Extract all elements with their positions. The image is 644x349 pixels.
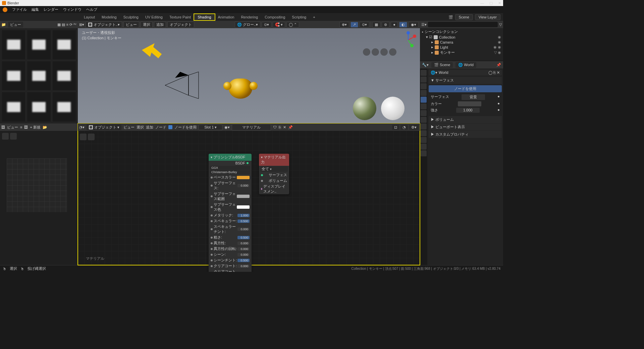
item-light[interactable]: ▸Light◉ ◉ — [422, 45, 501, 50]
node-title[interactable]: ▾ マテリアル出力 — [259, 154, 289, 166]
thumb[interactable] — [53, 61, 76, 91]
thumb[interactable] — [2, 61, 25, 91]
bsdf-input[interactable]: 異方性:0.000 — [209, 240, 252, 246]
bsdf-input[interactable]: クリアコートの粗さ:0.030 — [209, 269, 252, 272]
fb-view-menu[interactable]: ビュー — [8, 22, 23, 28]
ne-add[interactable]: 追加 — [146, 125, 153, 130]
outliner-type-icon[interactable]: ☰▾ — [421, 22, 427, 27]
thumb[interactable] — [27, 61, 50, 91]
tab-layout[interactable]: Layout — [80, 14, 98, 20]
bsdf-input[interactable]: サブサーフェス色 — [209, 202, 252, 212]
ptab-data[interactable] — [421, 137, 427, 143]
thumb[interactable] — [53, 92, 76, 121]
viewport-3d[interactable]: ユーザー・透視投影 (1) Collection | モンキー — [78, 28, 420, 123]
ne-opts-icon[interactable]: ⚙▾ — [409, 125, 419, 130]
axis-gizmo[interactable] — [400, 32, 416, 48]
menu-file[interactable]: ファイル — [12, 7, 27, 12]
tab-scripting[interactable]: Scripting — [288, 14, 310, 20]
ie-browse-icon[interactable]: 🖼 — [24, 125, 28, 129]
viewport-display-header[interactable]: ▶ ビューポート表示 — [429, 123, 502, 131]
pin-icon[interactable]: 📌 — [496, 63, 501, 67]
mat-fake-icon[interactable]: 🛡 — [273, 125, 277, 129]
pivot-icon[interactable]: ⊙▾ — [262, 22, 271, 28]
transform-orient[interactable]: 🌐 グロー..▾ — [235, 21, 260, 28]
bsdf-input[interactable]: サブサーフェス:0.000 — [209, 180, 252, 191]
ne-select[interactable]: 選択 — [137, 125, 144, 130]
vp-object[interactable]: オブジェクト — [167, 21, 194, 28]
node-material-output[interactable]: ▾ マテリアル出力 全て ▾ サーフェス ボリューム ディスプレイスメン.. — [259, 154, 289, 194]
vp-view[interactable]: ビュー — [123, 21, 139, 28]
ne-view[interactable]: ビュー — [123, 125, 135, 130]
scene-selector[interactable]: Scene — [455, 14, 473, 20]
shade-solid-icon[interactable]: ● — [391, 22, 398, 27]
ptab-scene[interactable] — [421, 90, 427, 96]
outliner-search[interactable] — [428, 22, 498, 27]
custom-props-header[interactable]: ▶ カスタムプロパティ — [429, 131, 502, 138]
ptab-constraint[interactable] — [421, 130, 427, 136]
folder-icon[interactable]: 📁 — [1, 22, 6, 27]
mat-browse-icon[interactable]: ◉▾ — [224, 125, 230, 130]
ptab-texture[interactable] — [421, 150, 427, 156]
tab-animation[interactable]: Animation — [215, 14, 238, 20]
ptab-viewlayer[interactable] — [421, 83, 427, 89]
material-name[interactable]: マテリアル — [232, 124, 271, 131]
overlay2-icon[interactable]: ⊙▾ — [360, 22, 369, 28]
zoom-icon[interactable] — [10, 133, 17, 140]
persp-icon[interactable] — [389, 48, 396, 56]
image-canvas[interactable] — [7, 158, 67, 212]
bsdf-input[interactable]: メタリック:1.000 — [209, 212, 252, 218]
menu-render[interactable]: レンダー — [44, 7, 58, 12]
editor-type-icon[interactable]: ⊞▾ — [79, 22, 84, 27]
camera-view-icon[interactable] — [380, 48, 388, 56]
close-icon[interactable]: ✕ — [498, 1, 501, 5]
ne-type-icon[interactable]: ◔▾ — [79, 125, 85, 130]
ptab-material[interactable] — [421, 144, 427, 150]
vp-add[interactable]: 追加 — [154, 21, 166, 28]
thumb[interactable] — [2, 92, 25, 121]
zoom-icon[interactable] — [88, 134, 95, 140]
node-editor[interactable]: ◔▾ 🔳 オブジェクト ▾ ビュー 選択 追加 ノード ノードを使用 Slot … — [78, 123, 420, 265]
surface-header[interactable]: ▼ サーフェス — [429, 77, 502, 84]
ne-node[interactable]: ノード — [155, 125, 166, 130]
surface-value[interactable]: 背景 — [462, 94, 485, 100]
strength-value[interactable]: 1.000 — [456, 108, 480, 113]
shade-wire-icon[interactable]: ⊚ — [382, 22, 389, 28]
sss-method[interactable]: Christensen-Burley — [210, 170, 250, 174]
tab-compositing[interactable]: Compositing — [261, 14, 288, 20]
gizmo-toggle-icon[interactable]: ↗ — [351, 22, 358, 28]
node-title[interactable]: ▾ プリンシプルBSDF — [209, 154, 252, 161]
proportional-icon[interactable]: ◯ ⌃ — [286, 22, 299, 28]
tab-uv[interactable]: UV Editing — [142, 14, 166, 20]
maximize-icon[interactable]: ▢ — [489, 1, 493, 5]
tab-modeling[interactable]: Modeling — [98, 14, 120, 20]
zoom-view-icon[interactable] — [363, 48, 370, 56]
ptab-modifier[interactable] — [421, 110, 427, 116]
color-value[interactable] — [458, 101, 481, 106]
thumb[interactable] — [53, 30, 76, 59]
thumb[interactable] — [2, 30, 25, 59]
target[interactable]: 全て ▾ — [260, 166, 288, 172]
node-principled-bsdf[interactable]: ▾ プリンシプルBSDF BSDF GGX Christensen-Burley… — [209, 154, 252, 272]
ptab-render[interactable] — [421, 70, 427, 76]
mode-selector[interactable]: 🔳 オブジェクト..▾ — [86, 21, 122, 28]
move-view-icon[interactable] — [372, 48, 379, 56]
ptab-output[interactable] — [421, 77, 427, 83]
filter-icon[interactable]: ▽ — [499, 22, 502, 27]
props-type-icon[interactable]: 🔧▾ — [422, 63, 429, 67]
use-nodes-button[interactable]: ノードを使用 — [429, 85, 502, 92]
thumb[interactable] — [27, 92, 50, 121]
use-nodes-checkbox[interactable] — [168, 125, 172, 129]
bsdf-input[interactable]: 粗さ:0.500 — [209, 235, 252, 240]
overlay-icon[interactable]: ⊕▾ — [339, 22, 349, 28]
item-camera[interactable]: ▸Camera◉ — [422, 40, 501, 45]
pan-icon[interactable] — [80, 134, 87, 140]
ne-snap-icon[interactable]: ◔ — [400, 125, 408, 130]
ctx-world[interactable]: 🌐 World — [455, 62, 476, 68]
scene-collection[interactable]: ▪シーンコレクション — [422, 29, 501, 35]
world-selector[interactable]: 🌐▾ World◯ ⎘ ✕ — [429, 70, 502, 76]
ne-overlay-icon[interactable]: ⊡ — [392, 125, 399, 130]
ctx-scene[interactable]: 🎬 Scene — [431, 62, 453, 68]
ptab-object[interactable] — [421, 103, 427, 109]
menu-help[interactable]: ヘルプ — [86, 7, 97, 12]
bsdf-input[interactable]: 異方性の回転:0.000 — [209, 246, 252, 252]
